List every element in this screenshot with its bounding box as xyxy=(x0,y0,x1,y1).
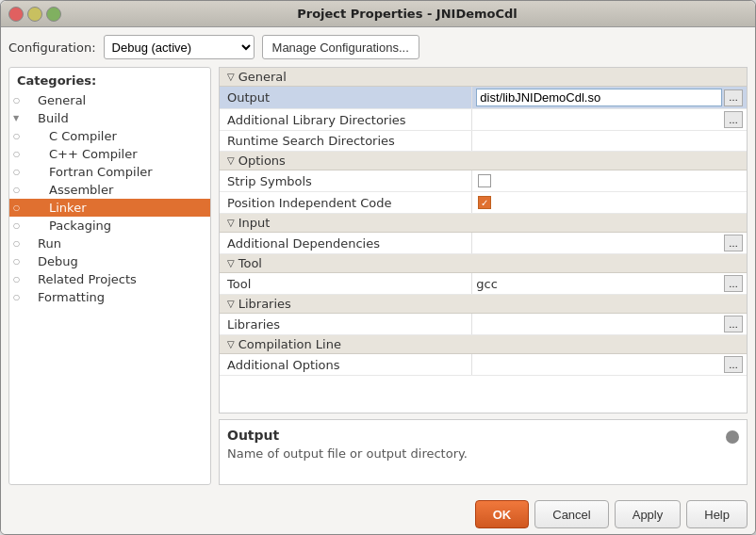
prop-value-position-independent xyxy=(472,192,747,213)
section-input[interactable]: ▽ Input xyxy=(220,214,747,233)
prop-value-additional-options: … xyxy=(472,354,747,375)
sidebar-item-label: Formatting xyxy=(38,290,105,304)
prop-name-additional-deps: Additional Dependencies xyxy=(220,233,472,253)
close-button[interactable] xyxy=(8,7,24,22)
prop-name-additional-options: Additional Options xyxy=(220,354,472,375)
prop-name-additional-lib-dirs: Additional Library Directories xyxy=(220,109,472,130)
prop-value-output: … xyxy=(472,87,747,108)
sidebar-title: Categories: xyxy=(9,72,210,91)
prop-value-strip-symbols xyxy=(472,170,747,191)
sidebar-item-label: Fortran Compiler xyxy=(49,165,153,179)
sidebar-item-cpp-compiler[interactable]: ○ C++ Compiler xyxy=(9,145,210,163)
description-panel: Output Name of output file or output dir… xyxy=(219,419,748,485)
row-libraries: Libraries … xyxy=(220,314,747,335)
position-independent-checkbox[interactable] xyxy=(478,196,491,209)
sidebar-item-debug[interactable]: ○ Debug xyxy=(9,252,210,270)
strip-symbols-checkbox[interactable] xyxy=(478,174,491,187)
output-input[interactable] xyxy=(476,89,722,106)
expand-icon: ▼ xyxy=(13,114,26,122)
section-options-label: Options xyxy=(238,154,286,168)
prop-value-tool: gcc … xyxy=(472,273,747,294)
section-general[interactable]: ▽ General xyxy=(220,68,747,87)
sidebar-item-label: Assembler xyxy=(49,183,113,197)
sidebar-item-fortran-compiler[interactable]: ○ Fortran Compiler xyxy=(9,163,210,181)
libraries-browse-button[interactable]: … xyxy=(724,316,743,332)
collapse-icon: ▽ xyxy=(227,72,235,82)
window: Project Properties - JNIDemoCdl Configur… xyxy=(0,0,756,535)
sidebar-item-linker[interactable]: ○ Linker xyxy=(9,199,210,217)
maximize-button[interactable] xyxy=(46,7,61,22)
window-title: Project Properties - JNIDemoCdl xyxy=(67,7,748,21)
sidebar-item-label: Related Projects xyxy=(38,272,137,286)
sidebar-item-formatting[interactable]: ○ Formatting xyxy=(9,288,210,306)
sidebar-item-assembler[interactable]: ○ Assembler xyxy=(9,181,210,199)
section-compilation-line-label: Compilation Line xyxy=(238,337,341,351)
description-title: Output xyxy=(227,428,279,443)
prop-name-tool: Tool xyxy=(220,273,472,294)
row-additional-options: Additional Options … xyxy=(220,354,747,376)
sidebar-item-label: Packaging xyxy=(49,219,111,233)
tool-value: gcc xyxy=(476,277,498,291)
section-options[interactable]: ▽ Options xyxy=(220,152,747,170)
prop-name-output: Output xyxy=(220,87,472,108)
prop-name-position-independent: Position Independent Code xyxy=(220,192,472,213)
row-additional-deps: Additional Dependencies … xyxy=(220,233,747,254)
status-indicator xyxy=(726,430,739,444)
sidebar-item-label: C Compiler xyxy=(49,129,117,143)
output-browse-button[interactable]: … xyxy=(724,89,743,106)
row-additional-lib-dirs: Additional Library Directories … xyxy=(220,109,747,131)
section-tool[interactable]: ▽ Tool xyxy=(220,254,747,273)
ok-button[interactable]: OK xyxy=(475,500,530,528)
sidebar-item-label: Linker xyxy=(49,201,87,215)
row-strip-symbols: Strip Symbols xyxy=(220,170,747,192)
description-text: Name of output file or output directory. xyxy=(227,446,739,461)
sidebar-item-c-compiler[interactable]: ○ C Compiler xyxy=(9,127,210,145)
manage-configurations-button[interactable]: Manage Configurations... xyxy=(262,35,419,59)
collapse-icon: ▽ xyxy=(227,155,235,166)
row-output: Output … xyxy=(220,87,747,109)
properties-table: ▽ General Output … Additional Library Di… xyxy=(219,67,748,413)
prop-name-libraries: Libraries xyxy=(220,314,472,334)
prop-value-runtime-search-dirs xyxy=(472,131,747,151)
bullet-icon: ○ xyxy=(13,150,26,158)
right-panel: ▽ General Output … Additional Library Di… xyxy=(219,67,748,485)
tool-browse-button[interactable]: … xyxy=(724,275,743,292)
collapse-icon: ▽ xyxy=(227,339,235,349)
section-libraries[interactable]: ▽ Libraries xyxy=(220,295,747,314)
section-input-label: Input xyxy=(238,216,271,230)
sidebar-item-run[interactable]: ○ Run xyxy=(9,235,210,252)
sidebar-item-packaging[interactable]: ○ Packaging xyxy=(9,217,210,235)
config-select[interactable]: Debug (active) xyxy=(104,35,255,59)
help-button[interactable]: Help xyxy=(686,500,748,528)
bullet-icon: ○ xyxy=(13,293,26,301)
cancel-button[interactable]: Cancel xyxy=(534,500,608,528)
bullet-icon: ○ xyxy=(13,257,26,266)
section-general-label: General xyxy=(238,70,287,84)
prop-name-runtime-search-dirs: Runtime Search Directories xyxy=(220,131,472,151)
prop-value-additional-deps: … xyxy=(472,233,747,253)
additional-lib-dirs-browse-button[interactable]: … xyxy=(724,111,743,128)
row-position-independent: Position Independent Code xyxy=(220,192,747,214)
additional-deps-browse-button[interactable]: … xyxy=(724,235,743,251)
main-area: Categories: ○ General ▼ Build ○ C Compil… xyxy=(8,67,748,485)
minimize-button[interactable] xyxy=(27,7,42,22)
bullet-icon: ○ xyxy=(13,96,26,105)
row-tool: Tool gcc … xyxy=(220,273,747,295)
sidebar-item-label: Build xyxy=(38,111,69,125)
button-row: OK Cancel Apply Help xyxy=(1,493,755,534)
window-controls xyxy=(8,7,61,22)
apply-button[interactable]: Apply xyxy=(615,500,682,528)
additional-options-browse-button[interactable]: … xyxy=(724,356,743,373)
prop-value-additional-lib-dirs[interactable]: … xyxy=(472,109,747,130)
section-libraries-label: Libraries xyxy=(238,297,291,311)
sidebar-item-general[interactable]: ○ General xyxy=(9,91,210,109)
sidebar: Categories: ○ General ▼ Build ○ C Compil… xyxy=(8,67,211,485)
section-compilation-line[interactable]: ▽ Compilation Line xyxy=(220,335,747,354)
sidebar-item-build[interactable]: ▼ Build xyxy=(9,109,210,127)
bullet-icon: ○ xyxy=(13,275,26,284)
sidebar-item-related-projects[interactable]: ○ Related Projects xyxy=(9,270,210,288)
sidebar-item-label: Debug xyxy=(38,254,78,268)
collapse-icon: ▽ xyxy=(227,218,235,228)
titlebar: Project Properties - JNIDemoCdl xyxy=(1,1,755,27)
bullet-icon: ○ xyxy=(13,168,26,176)
